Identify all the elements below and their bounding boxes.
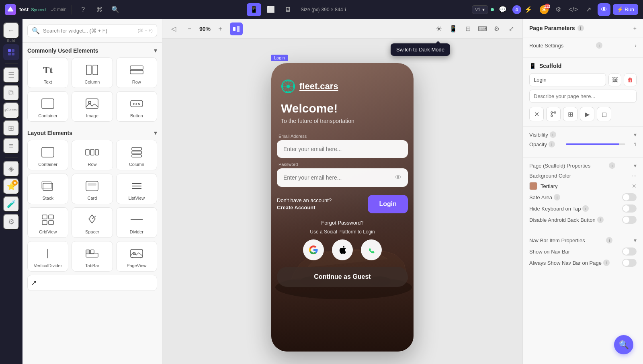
zoom-in-btn[interactable]: + <box>214 22 227 35</box>
sidebar-grid-btn[interactable]: ⊞ <box>3 120 19 136</box>
forgot-password-link[interactable]: Forgot Password? <box>277 220 408 226</box>
nav-bar-info[interactable]: i <box>606 237 612 243</box>
widget-more[interactable]: ↗ <box>27 275 157 291</box>
chat-icon-btn[interactable]: 💬 <box>496 3 509 16</box>
widget-pageview[interactable]: PageView <box>116 241 157 272</box>
page-params-info-icon[interactable]: i <box>577 25 584 31</box>
extensions-btn[interactable]: ⚙ <box>552 3 565 16</box>
command-button[interactable]: ⌘ <box>93 3 106 16</box>
widget-gridview[interactable]: GridView <box>27 207 68 238</box>
password-input-wrap[interactable]: 👁 <box>277 168 408 187</box>
color-remove-btn[interactable]: ✕ <box>632 183 637 189</box>
notification-badge[interactable]: S 112 <box>539 4 549 15</box>
search-button[interactable]: 🔍 <box>109 3 122 16</box>
route-settings-info[interactable]: i <box>596 42 602 49</box>
hide-keyboard-info[interactable]: i <box>582 205 589 212</box>
widget-column-layout[interactable]: Column <box>116 140 157 170</box>
opacity-info-icon[interactable]: i <box>549 141 555 147</box>
sidebar-nav-btn[interactable]: ⧉ <box>3 85 19 101</box>
help-button[interactable]: ? <box>77 3 90 16</box>
sidebar-connect-btn[interactable]: Connect <box>3 102 19 119</box>
sidebar-test-btn[interactable]: 🧪 <box>3 196 19 212</box>
widget-card[interactable]: Card <box>72 174 113 204</box>
search-wrap[interactable]: 🔍 (⌘ + F) <box>27 24 157 37</box>
email-input[interactable] <box>283 146 401 152</box>
action-play-btn[interactable]: ▶ <box>580 107 594 121</box>
widget-column[interactable]: Column <box>72 57 113 88</box>
action-code-btn[interactable]: ◻ <box>597 107 611 121</box>
fit-screen-btn[interactable] <box>230 22 243 35</box>
scaffold-props-collapse-btn[interactable]: ▾ <box>634 162 637 169</box>
safe-area-toggle[interactable] <box>622 193 637 201</box>
zoom-out-btn[interactable]: − <box>183 22 196 35</box>
sidebar-list-btn[interactable]: ≡ <box>3 138 19 154</box>
eye-icon[interactable]: 👁 <box>395 174 401 181</box>
apple-login-btn[interactable] <box>332 239 353 260</box>
hide-keyboard-toggle[interactable] <box>622 204 637 213</box>
disable-android-toggle[interactable] <box>622 216 637 224</box>
desktop-device-btn[interactable]: 🖥 <box>281 3 295 16</box>
sidebar-settings-btn[interactable]: ⚙ <box>3 214 19 230</box>
phone-login-btn[interactable] <box>361 239 382 260</box>
version-badge[interactable]: v1 ▾ <box>472 5 488 14</box>
guest-button[interactable]: Continue as Guest <box>277 267 408 287</box>
widget-image[interactable]: Image <box>72 91 113 122</box>
collapse-panel-btn[interactable]: ◁ <box>167 22 180 35</box>
widget-row[interactable]: Row <box>116 57 157 88</box>
keyboard-btn[interactable]: ⌨ <box>476 22 489 35</box>
split-view-btn[interactable]: ⊟ <box>461 22 474 35</box>
always-nav-info[interactable]: i <box>603 260 610 266</box>
sidebar-layers-btn[interactable]: ☰ <box>3 67 19 83</box>
widget-container-layout[interactable]: Container <box>27 140 68 170</box>
visibility-collapse-btn[interactable]: ▾ <box>634 131 637 138</box>
nav-bar-collapse-btn[interactable]: ▾ <box>634 237 637 243</box>
share-btn[interactable]: ↗ <box>582 3 595 16</box>
widget-listview[interactable]: ListView <box>116 174 157 204</box>
create-account-link[interactable]: Create Account <box>277 204 315 211</box>
safe-area-info[interactable]: i <box>554 194 560 200</box>
widget-vertical-divider[interactable]: VerticalDivider <box>27 241 68 272</box>
widget-container[interactable]: Container <box>27 91 68 122</box>
login-button[interactable]: Login <box>368 195 408 213</box>
always-nav-toggle[interactable] <box>622 259 637 267</box>
route-settings-expand-btn[interactable]: › <box>635 42 637 49</box>
widget-tabbar[interactable]: TabBar <box>72 241 113 272</box>
widget-row-layout[interactable]: Row <box>72 140 113 170</box>
email-input-wrap[interactable] <box>277 140 408 158</box>
widget-spacer[interactable]: Spacer <box>72 207 113 238</box>
password-input[interactable] <box>283 174 392 181</box>
color-swatch[interactable] <box>529 182 537 190</box>
fullscreen-btn[interactable]: ⤢ <box>505 22 518 35</box>
action-grid-btn[interactable]: ⊞ <box>563 107 577 121</box>
preview-eye-btn[interactable]: 👁 <box>598 3 610 16</box>
mobile-preview-btn[interactable]: 📱 <box>447 22 460 35</box>
google-login-btn[interactable] <box>303 239 324 260</box>
add-collaborator-btn[interactable]: ⚡ <box>522 3 535 16</box>
sidebar-back-btn[interactable]: ← <box>3 22 19 39</box>
tablet-device-btn[interactable]: ⬜ <box>264 3 278 16</box>
page-name-input[interactable] <box>529 73 606 86</box>
delete-page-btn[interactable]: 🗑 <box>624 74 637 86</box>
sidebar-star-btn[interactable]: ⭐ ★ <box>3 178 19 194</box>
code-btn[interactable]: </> <box>567 3 580 16</box>
search-input[interactable] <box>43 28 134 34</box>
disable-android-info[interactable]: i <box>597 217 604 223</box>
component-btn[interactable]: ⚙ <box>490 22 503 35</box>
widget-button[interactable]: BTN Button <box>116 91 157 122</box>
widget-text[interactable]: Tt Text <box>27 57 68 88</box>
opacity-slider[interactable] <box>566 143 625 145</box>
chat-fab-btn[interactable]: 🔍 <box>614 335 633 354</box>
page-icon-btn[interactable]: 🖼 <box>608 74 621 86</box>
widget-stack[interactable]: Stack <box>27 174 68 204</box>
mobile-device-btn[interactable]: 📱 <box>247 3 261 16</box>
sidebar-shapes-btn[interactable]: ◈ <box>3 161 19 177</box>
add-page-param-btn[interactable]: + <box>633 25 637 31</box>
action-x-btn[interactable]: ✕ <box>529 107 544 121</box>
widget-divider[interactable]: Divider <box>116 207 157 238</box>
sidebar-build-icon[interactable] <box>3 44 19 60</box>
visibility-info-icon[interactable]: i <box>550 131 556 138</box>
action-branch-btn[interactable] <box>546 107 561 121</box>
show-nav-toggle[interactable] <box>622 247 637 256</box>
run-btn[interactable]: ⚡ Run <box>613 4 638 15</box>
common-toggle-btn[interactable]: ▾ <box>154 47 157 54</box>
